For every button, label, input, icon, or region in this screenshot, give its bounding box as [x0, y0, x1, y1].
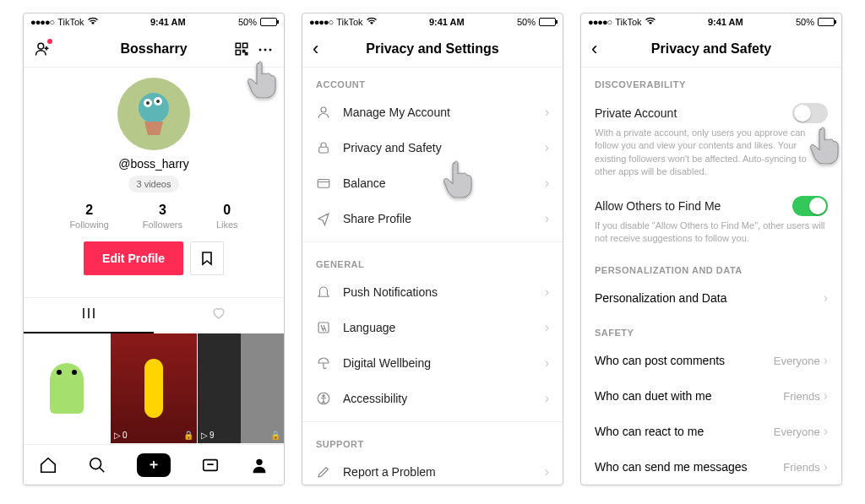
- svg-rect-5: [246, 52, 248, 54]
- battery-percent: 50%: [796, 17, 814, 27]
- row-share-profile[interactable]: Share Profile ›: [302, 201, 563, 236]
- phone-profile: ●●●●○ TikTok 9:41 AM 50% Bossharry: [23, 13, 285, 485]
- wifi-icon: [645, 17, 656, 27]
- toggle-allow-find[interactable]: [792, 196, 828, 216]
- row-value: Friends: [783, 390, 819, 403]
- svg-rect-16: [318, 180, 329, 188]
- row-who-comments[interactable]: Who can post comments Everyone›: [581, 343, 841, 378]
- chevron-right-icon: ›: [545, 105, 549, 120]
- row-value: Everyone: [774, 425, 820, 438]
- row-privacy-safety[interactable]: Privacy and Safety ›: [302, 130, 563, 165]
- chevron-right-icon: ›: [824, 353, 828, 368]
- stat-followers[interactable]: 3 Followers: [143, 203, 182, 230]
- signal-dots-icon: ●●●●○: [588, 17, 612, 27]
- row-personalization[interactable]: Personalization and Data ›: [581, 280, 841, 316]
- inbox-icon[interactable]: [201, 456, 220, 474]
- row-label: Who can react to me: [595, 425, 704, 438]
- wifi-icon: [367, 17, 377, 27]
- signal-dots-icon: ●●●●○: [309, 17, 333, 27]
- row-label: Privacy and Safety: [343, 141, 533, 154]
- settings-list[interactable]: ACCOUNT Manage My Account › Privacy and …: [302, 68, 563, 485]
- svg-rect-4: [243, 50, 245, 51]
- row-who-duet[interactable]: Who can duet with me Friends›: [581, 378, 841, 414]
- settings-title: Privacy and Settings: [355, 41, 510, 57]
- setting-allow-find: Allow Others to Find Me If you disable "…: [581, 187, 841, 254]
- row-label: Share Profile: [343, 212, 533, 225]
- svg-point-8: [146, 101, 150, 105]
- row-who-react[interactable]: Who can react to me Everyone›: [581, 414, 841, 449]
- row-label: Push Notifications: [343, 285, 533, 299]
- video-count-pill: 3 videos: [128, 176, 180, 192]
- stat-following[interactable]: 2 Following: [69, 203, 108, 230]
- carrier-label: TikTok: [57, 17, 84, 27]
- toggle-private-account[interactable]: [792, 103, 828, 123]
- status-time: 9:41 AM: [150, 17, 186, 27]
- play-count: ▷ 0: [27, 431, 41, 440]
- qr-icon[interactable]: [234, 41, 249, 57]
- battery-percent: 50%: [517, 17, 536, 27]
- video-thumb[interactable]: ▷ 0: [24, 333, 111, 443]
- add-friend-icon[interactable]: [34, 41, 51, 57]
- row-who-messages[interactable]: Who can send me messages Friends›: [581, 449, 841, 485]
- row-balance[interactable]: Balance ›: [302, 165, 563, 201]
- row-label: Balance: [343, 176, 533, 190]
- create-button[interactable]: ＋: [137, 453, 171, 477]
- username: @boss_harry: [118, 157, 188, 171]
- privacy-title: Privacy and Safety: [634, 41, 789, 57]
- row-value: Everyone: [774, 355, 820, 367]
- profile-icon[interactable]: [250, 456, 269, 474]
- row-digital-wellbeing[interactable]: Digital Wellbeing ›: [302, 345, 563, 381]
- avatar[interactable]: [117, 78, 190, 150]
- section-header-personalization: PERSONALIZATION AND DATA: [581, 253, 841, 280]
- home-icon[interactable]: [39, 456, 57, 474]
- profile-tabs: [24, 297, 284, 333]
- chevron-right-icon: ›: [545, 355, 549, 371]
- bell-icon: [316, 285, 331, 300]
- video-thumb[interactable]: ▷ 9 🔒: [198, 333, 284, 443]
- row-report-problem[interactable]: Report a Problem ›: [302, 454, 563, 485]
- video-thumb[interactable]: ▷ 0 🔒: [111, 333, 198, 443]
- carrier-label: TikTok: [336, 17, 362, 27]
- lock-icon: [316, 140, 331, 155]
- privacy-list[interactable]: DISCOVERABILITY Private Account With a p…: [581, 68, 841, 485]
- stat-likes[interactable]: 0 Likes: [216, 203, 238, 230]
- chevron-right-icon: ›: [545, 320, 549, 335]
- row-accessibility[interactable]: Accessibility ›: [302, 381, 563, 416]
- search-icon[interactable]: [88, 456, 106, 474]
- setting-desc: If you disable "Allow Others to Find Me"…: [595, 219, 828, 246]
- row-language[interactable]: Language ›: [302, 310, 563, 345]
- back-button[interactable]: ‹: [591, 38, 597, 60]
- tab-grid[interactable]: [24, 298, 154, 333]
- row-label: Accessibility: [343, 392, 533, 405]
- umbrella-icon: [316, 355, 331, 371]
- status-time: 9:41 AM: [708, 17, 743, 27]
- row-label: Digital Wellbeing: [343, 356, 533, 370]
- play-count: ▷ 9: [201, 431, 215, 440]
- battery-percent: 50%: [238, 17, 257, 27]
- tab-liked[interactable]: [154, 298, 284, 333]
- chevron-right-icon: ›: [824, 388, 828, 404]
- more-icon[interactable]: ⋯: [258, 40, 274, 58]
- profile-title: Bossharry: [76, 41, 231, 57]
- svg-rect-3: [236, 50, 240, 54]
- row-label: Language: [343, 321, 533, 334]
- phone-privacy: ●●●●○ TikTok 9:41 AM 50% ‹ Privacy and S…: [580, 13, 842, 485]
- row-value: Friends: [783, 461, 819, 474]
- battery-icon: [818, 18, 835, 26]
- bookmark-button[interactable]: [190, 241, 224, 275]
- wifi-icon: [88, 17, 98, 27]
- section-header-general: GENERAL: [302, 247, 563, 274]
- status-bar: ●●●●○ TikTok 9:41 AM 50%: [24, 14, 284, 30]
- play-count: ▷ 0: [114, 431, 128, 440]
- profile-nav: Bossharry ⋯: [24, 30, 284, 68]
- svg-rect-1: [236, 43, 240, 47]
- svg-point-19: [323, 395, 324, 397]
- back-button[interactable]: ‹: [313, 38, 318, 60]
- edit-profile-button[interactable]: Edit Profile: [84, 241, 183, 275]
- row-push-notifications[interactable]: Push Notifications ›: [302, 274, 563, 310]
- row-label: Who can send me messages: [595, 460, 748, 474]
- lock-icon: 🔒: [183, 431, 193, 440]
- status-bar: ●●●●○ TikTok 9:41 AM 50%: [581, 14, 841, 30]
- row-manage-account[interactable]: Manage My Account ›: [302, 95, 563, 130]
- svg-point-0: [38, 43, 44, 49]
